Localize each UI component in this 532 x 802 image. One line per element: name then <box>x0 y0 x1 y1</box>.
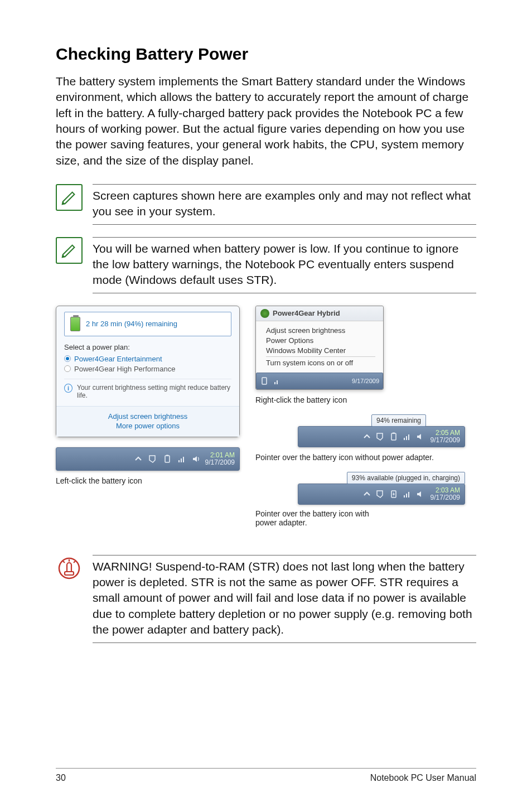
show-hidden-icons-icon[interactable] <box>134 455 143 463</box>
svg-rect-7 <box>277 380 278 384</box>
action-center-icon[interactable] <box>376 490 385 499</box>
svg-rect-12 <box>408 434 409 440</box>
caption-pointer-with-adapter-line2: power adapter. <box>255 518 476 527</box>
manual-title: Notebook PC User Manual <box>370 773 476 783</box>
power-plan-entertainment[interactable]: Power4Gear Entertainment <box>64 355 231 363</box>
radio-icon <box>64 365 71 372</box>
battery-remaining-box: 2 hr 28 min (94%) remaining <box>64 312 231 336</box>
taskbar-clock[interactable]: 2:01 AM 9/17/2009 <box>205 452 235 466</box>
network-icon[interactable] <box>273 376 282 385</box>
context-menu-title: Power4Gear Hybrid <box>273 309 340 317</box>
svg-rect-1 <box>166 455 168 456</box>
svg-rect-3 <box>181 458 182 462</box>
caption-right-click: Right-click the battery icon <box>255 395 476 404</box>
power-plan-high-performance-label: Power4Gear High Performance <box>74 365 175 373</box>
network-icon[interactable] <box>403 432 412 441</box>
note-icon <box>56 184 83 211</box>
note-1-text: Screen captures shown here are examples … <box>93 184 476 225</box>
taskbar-pointer-with-adapter: 2:03 AM 9/17/2009 <box>298 484 465 505</box>
svg-rect-14 <box>404 495 405 497</box>
svg-rect-4 <box>183 457 184 462</box>
warning-text: WARNING! Suspend-to-RAM (STR) does not l… <box>93 555 476 643</box>
note-icon <box>56 237 83 264</box>
menu-item-adjust-brightness[interactable]: Adjust screen brightness <box>266 326 375 335</box>
network-icon[interactable] <box>403 490 412 499</box>
radio-icon <box>64 355 71 362</box>
battery-charging-tray-icon[interactable] <box>389 490 398 499</box>
tooltip-charging: 93% available (plugged in, charging) <box>347 472 465 484</box>
taskbar-time: 2:05 AM <box>431 429 460 437</box>
taskbar-date: 9/17/2009 <box>205 459 235 466</box>
caption-pointer-no-adapter: Pointer over the battery icon without po… <box>255 453 476 462</box>
svg-rect-10 <box>404 438 405 440</box>
taskbar-time: 2:03 AM <box>431 487 460 494</box>
svg-rect-17 <box>65 572 74 575</box>
taskbar-date: 9/17/2009 <box>431 494 460 501</box>
caption-pointer-with-adapter-line1: Pointer over the battery icon with <box>255 509 476 518</box>
volume-icon[interactable] <box>192 455 201 463</box>
svg-rect-0 <box>165 456 170 462</box>
battery-icon <box>70 317 80 331</box>
taskbar-mini-context: 9/17/2009 <box>256 373 383 389</box>
power4gear-icon <box>260 309 269 318</box>
taskbar-mini-date: 9/17/2009 <box>352 378 379 384</box>
note-block-2: You will be warned when battery power is… <box>56 237 476 293</box>
menu-item-power-options[interactable]: Power Options <box>266 336 375 345</box>
tooltip-remaining: 94% remaining <box>371 414 426 427</box>
taskbar-date: 9/17/2009 <box>431 437 460 444</box>
battery-tray-icon[interactable] <box>389 432 398 441</box>
svg-rect-16 <box>408 492 409 497</box>
note-block-1: Screen captures shown here are examples … <box>56 184 476 225</box>
adjust-brightness-link[interactable]: Adjust screen brightness <box>56 412 239 421</box>
svg-rect-2 <box>178 460 180 462</box>
taskbar-pointer-no-adapter: 2:05 AM 9/17/2009 <box>298 426 465 447</box>
network-icon[interactable] <box>177 455 186 463</box>
action-center-icon[interactable] <box>376 432 385 441</box>
battery-tray-icon[interactable] <box>163 455 172 463</box>
page-number: 30 <box>56 773 66 783</box>
menu-item-system-icons[interactable]: Turn system icons on or off <box>266 359 375 367</box>
brightness-info-row: i Your current brightness setting might … <box>64 379 231 399</box>
show-hidden-icons-icon[interactable] <box>362 490 371 499</box>
warning-block: WARNING! Suspend-to-RAM (STR) does not l… <box>56 555 476 643</box>
power-plan-label: Select a power plan: <box>64 343 231 351</box>
warning-icon <box>56 555 83 582</box>
note-2-text: You will be warned when battery power is… <box>93 237 476 293</box>
svg-rect-11 <box>406 436 407 440</box>
action-center-icon[interactable] <box>148 455 157 463</box>
svg-rect-8 <box>391 433 396 440</box>
menu-separator <box>266 356 375 357</box>
menu-item-mobility-center[interactable]: Windows Mobility Center <box>266 346 375 355</box>
svg-rect-9 <box>393 432 395 433</box>
page-heading: Checking Battery Power <box>56 45 476 64</box>
battery-remaining-text: 2 hr 28 min (94%) remaining <box>86 320 177 328</box>
more-power-options-link[interactable]: More power options <box>56 422 239 430</box>
taskbar-clock[interactable]: 2:05 AM 9/17/2009 <box>431 429 460 444</box>
taskbar-left: 2:01 AM 9/17/2009 <box>56 447 240 471</box>
battery-context-menu: Power4Gear Hybrid Adjust screen brightne… <box>255 306 384 390</box>
brightness-info-text: Your current brightness setting might re… <box>77 384 231 399</box>
volume-icon[interactable] <box>416 490 425 499</box>
power-plan-entertainment-label: Power4Gear Entertainment <box>74 355 162 363</box>
svg-rect-15 <box>406 494 407 497</box>
taskbar-time: 2:01 AM <box>205 452 235 459</box>
power-popup-leftclick: 2 hr 28 min (94%) remaining Select a pow… <box>56 306 240 437</box>
show-hidden-icons-icon[interactable] <box>362 432 371 441</box>
caption-left-click: Left-click the battery icon <box>56 476 240 485</box>
volume-icon[interactable] <box>416 432 425 441</box>
power-plan-high-performance[interactable]: Power4Gear High Performance <box>64 365 231 373</box>
svg-rect-6 <box>274 382 275 384</box>
taskbar-clock[interactable]: 2:03 AM 9/17/2009 <box>431 487 460 501</box>
info-icon: i <box>64 384 72 393</box>
intro-paragraph: The battery system implements the Smart … <box>56 74 476 168</box>
svg-rect-5 <box>262 378 267 384</box>
battery-tray-icon[interactable] <box>260 376 269 385</box>
